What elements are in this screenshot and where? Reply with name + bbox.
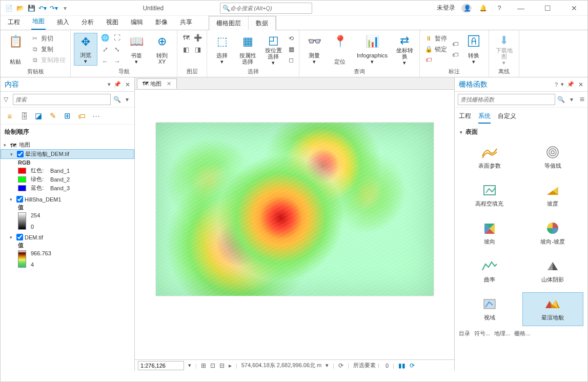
tab-imagery[interactable]: 影像 [154, 16, 169, 30]
list-by-drawing-icon[interactable]: ≡ [5, 111, 15, 121]
list-by-source-icon[interactable]: 🗄 [19, 111, 29, 121]
copy-button[interactable]: ⧉复制 [29, 44, 67, 54]
redo-icon[interactable]: ↷▾ [49, 3, 59, 13]
layer-checkbox[interactable] [16, 234, 23, 240]
user-icon[interactable]: 👤 [461, 4, 472, 13]
more-label-icon[interactable]: 🏷 [451, 39, 460, 49]
map-tab[interactable]: 🗺地图✕ [137, 78, 177, 89]
rotation-icon[interactable]: ⟳ [338, 362, 343, 369]
fn-curvature[interactable]: 曲率 [459, 254, 520, 288]
tab-symbology[interactable]: 符号... [474, 330, 490, 337]
copypath-button[interactable]: ⧉复制路径 [29, 55, 67, 65]
raster-tab-project[interactable]: 工程 [459, 110, 471, 124]
select-by-loc-button[interactable]: ◰按位置选择▾ [261, 33, 285, 66]
bookmarks-button[interactable]: 📖书签▾ [125, 33, 148, 66]
layer-shaded-relief[interactable]: ▾晕渲地貌_DEM.tif [1, 149, 134, 159]
next-extent-icon[interactable]: → [111, 55, 123, 67]
attr-table-icon[interactable]: ▦ [287, 44, 296, 54]
explore-button[interactable]: ✥浏览▾ [74, 33, 97, 66]
basemap-icon[interactable]: 🗺 [180, 32, 192, 43]
map-canvas[interactable] [135, 90, 454, 359]
fn-slope[interactable]: 坡度 [522, 178, 584, 212]
command-search[interactable]: 🔍 [220, 3, 312, 14]
sb-snap-icon[interactable]: ⊡ [210, 362, 215, 369]
select-button[interactable]: ⬚选择▾ [210, 33, 234, 66]
undo-icon[interactable]: ↶▾ [37, 3, 48, 13]
lock-button[interactable]: 🔒锁定 [423, 44, 449, 54]
coords-dropdown-icon[interactable]: ▾ [326, 362, 329, 369]
pause-draw-icon[interactable]: ▮▮ [398, 362, 405, 369]
sb-correction-icon[interactable]: ▸ [229, 362, 232, 369]
panel-options-icon[interactable]: ▾ [561, 81, 564, 88]
more-label-icon-2[interactable]: 🏷 [451, 50, 460, 60]
dropdown-icon[interactable]: ▾ [123, 96, 131, 103]
panel-help-icon[interactable]: ? [555, 82, 558, 88]
sb-grid-icon[interactable]: ⊞ [201, 362, 206, 369]
infographics-button[interactable]: 📊Infographics▾ [354, 33, 391, 66]
layer-checkbox[interactable] [16, 196, 23, 203]
tab-insert[interactable]: 插入 [56, 16, 70, 30]
scale-input[interactable] [138, 361, 184, 370]
tab-raster-layer[interactable]: 栅格图层 [209, 16, 249, 30]
fixed-zoom-out-icon[interactable]: ⤡ [111, 44, 123, 55]
tab-analysis[interactable]: 分析 [80, 16, 95, 30]
list-by-labeling-icon[interactable]: 🏷 [76, 111, 87, 121]
fn-elevation-void-fill[interactable]: 高程空填充 [459, 178, 520, 212]
layer-dem[interactable]: ▾DEM.tif [1, 233, 134, 241]
layer-checkbox[interactable] [17, 151, 24, 157]
convert-button[interactable]: 🄰转换▾ [462, 33, 485, 66]
view-unplaced-button[interactable]: 🏷 [423, 55, 449, 65]
zoom-sel-icon[interactable]: ⛶ [111, 32, 123, 43]
scale-dropdown-icon[interactable]: ▾ [188, 362, 191, 369]
panel-close-icon[interactable]: ✕ [578, 81, 583, 88]
login-status[interactable]: 未登录 [437, 4, 455, 12]
qat-dropdown-icon[interactable]: ▾ [60, 3, 70, 13]
panel-close-icon[interactable]: ✕ [125, 81, 130, 88]
fn-shaded-relief[interactable]: 晕渲地貌 [522, 292, 584, 326]
help-icon[interactable]: ? [494, 5, 504, 12]
new-project-icon[interactable]: 📄 [4, 3, 14, 13]
list-by-selection-icon[interactable]: ◪ [33, 111, 44, 121]
add-preset-icon[interactable]: ◧ [180, 44, 192, 55]
contents-search-input[interactable] [13, 94, 111, 105]
tab-edit[interactable]: 编辑 [130, 16, 144, 30]
list-by-editing-icon[interactable]: ✎ [48, 111, 58, 121]
fn-aspect-slope[interactable]: 坡向-坡度 [522, 216, 584, 250]
map-frame[interactable]: ▾🗺地图 [1, 140, 134, 149]
select-by-attr-button[interactable]: ▦按属性选择 [236, 33, 259, 66]
pause-button[interactable]: ⏸暂停 [423, 33, 449, 44]
raster-tab-system[interactable]: 系统 [478, 110, 491, 124]
fn-surface-params[interactable]: 表面参数 [459, 140, 520, 174]
search-icon[interactable]: 🔍 [113, 96, 121, 103]
prev-extent-icon[interactable]: ← [99, 55, 111, 67]
deselect-icon[interactable]: ◻ [287, 55, 296, 65]
tab-share[interactable]: 共享 [179, 16, 193, 30]
fn-viewshed[interactable]: 视域 [459, 292, 520, 326]
raster-search-input[interactable] [458, 94, 555, 105]
list-by-snapping-icon[interactable]: ⊞ [62, 111, 72, 121]
command-search-input[interactable] [230, 5, 310, 11]
notification-icon[interactable]: 🔔 [478, 5, 488, 12]
tab-view[interactable]: 视图 [105, 16, 119, 30]
panel-options-icon[interactable]: ▾ [108, 81, 111, 88]
panel-pin-icon[interactable]: 📌 [114, 81, 121, 88]
dropdown-icon[interactable]: ▾ [567, 96, 576, 103]
measure-button[interactable]: 👓测量▾ [302, 33, 326, 66]
filter-icon[interactable]: ▽ [4, 96, 11, 103]
panel-pin-icon[interactable]: 📌 [567, 81, 574, 88]
tab-project[interactable]: 工程 [7, 16, 21, 30]
search-icon[interactable]: 🔍 [557, 96, 565, 103]
add-graphics-icon[interactable]: ◨ [192, 44, 204, 55]
paste-button[interactable]: 📋粘贴 [4, 33, 27, 66]
locate-button[interactable]: 📍定位 [328, 33, 352, 66]
maximize-icon[interactable]: ☐ [537, 4, 558, 12]
coord-convert-button[interactable]: ⇄坐标转换▾ [393, 33, 416, 66]
refresh-icon[interactable]: ⟳ [410, 362, 415, 369]
sb-dyntext-icon[interactable]: ⊟ [219, 362, 225, 369]
fn-hillshade[interactable]: 山体阴影 [522, 254, 584, 288]
category-surface[interactable]: ▾表面 [455, 124, 587, 138]
tab-map[interactable]: 地图 [31, 15, 46, 30]
open-icon[interactable]: 📂 [15, 3, 25, 13]
fixed-zoom-in-icon[interactable]: ⤢ [99, 44, 111, 55]
cut-button[interactable]: ✂剪切 [29, 33, 67, 44]
